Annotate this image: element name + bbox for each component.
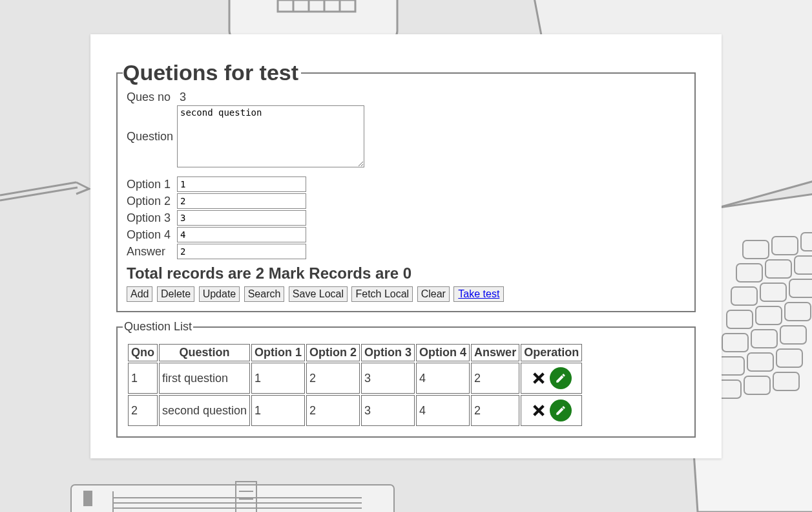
svg-rect-25 [765,260,791,278]
cell-option4: 4 [416,395,470,426]
answer-row: Answer [127,244,685,259]
cell-option2: 2 [306,395,360,426]
cell-qno: 2 [128,395,158,426]
th-option2: Option 2 [306,344,360,361]
svg-rect-34 [751,330,777,348]
answer-label: Answer [127,245,177,259]
cell-option3: 3 [361,363,415,394]
question-form-fieldset: Quetions for test Ques no 3 Question Opt… [116,60,696,312]
cell-question: second question [159,395,250,426]
table-row: 1first question12342 [128,363,582,394]
save-local-button[interactable]: Save Local [289,286,348,302]
records-summary: Total records are 2 Mark Records are 0 [127,264,685,283]
ques-no-value: 3 [177,91,186,104]
svg-rect-27 [731,287,757,305]
table-header-row: Qno Question Option 1 Option 2 Option 3 … [128,344,582,361]
th-option3: Option 3 [361,344,415,361]
fetch-local-button[interactable]: Fetch Local [351,286,413,302]
svg-rect-29 [789,279,812,297]
svg-rect-40 [744,376,770,394]
main-card: Quetions for test Ques no 3 Question Opt… [90,34,722,458]
th-question: Question [159,344,250,361]
option1-row: Option 1 [127,176,685,192]
toolbar: Add Delete Update Search Save Local Fetc… [127,286,685,302]
option4-input[interactable] [177,227,306,242]
update-button[interactable]: Update [199,286,240,302]
option1-input[interactable] [177,176,306,192]
th-option4: Option 4 [416,344,470,361]
option3-input[interactable] [177,210,306,226]
cell-option2: 2 [306,363,360,394]
delete-row-icon[interactable] [532,403,546,418]
delete-row-icon[interactable] [532,371,546,385]
svg-rect-21 [743,240,769,259]
th-option1: Option 1 [251,344,305,361]
svg-rect-22 [772,237,798,255]
svg-rect-36 [718,357,744,375]
svg-rect-13 [229,0,397,39]
question-textarea[interactable] [177,105,364,167]
cell-operation [521,363,582,394]
cell-answer: 2 [471,363,519,394]
th-answer: Answer [471,344,519,361]
take-test-link[interactable]: Take test [453,286,504,302]
cell-operation [521,395,582,426]
svg-rect-32 [785,303,811,321]
ques-no-label: Ques no [127,91,177,104]
option2-label: Option 2 [127,195,177,208]
list-legend: Question List [123,320,193,334]
answer-input[interactable] [177,244,306,259]
svg-rect-4 [84,491,92,506]
svg-rect-41 [773,372,799,390]
option3-row: Option 3 [127,210,685,226]
search-button[interactable]: Search [244,286,285,302]
svg-rect-24 [736,264,762,282]
table-row: 2second question12342 [128,395,582,426]
cell-option1: 1 [251,363,305,394]
question-list-fieldset: Question List Qno Question Option 1 Opti… [116,320,696,438]
cell-question: first question [159,363,250,394]
edit-row-icon[interactable] [550,367,572,389]
ques-no-row: Ques no 3 [127,91,685,104]
option4-row: Option 4 [127,227,685,242]
question-row: Question [127,105,685,167]
svg-rect-33 [722,334,748,352]
cell-qno: 1 [128,363,158,394]
question-label: Question [127,130,177,144]
svg-rect-26 [795,256,812,274]
option1-label: Option 1 [127,178,177,191]
add-button[interactable]: Add [127,286,152,302]
cell-option4: 4 [416,363,470,394]
form-legend: Quetions for test [123,60,301,85]
cell-answer: 2 [471,395,519,426]
option2-input[interactable] [177,193,306,209]
svg-rect-30 [727,310,753,328]
clear-button[interactable]: Clear [417,286,450,302]
th-qno: Qno [128,344,158,361]
option3-label: Option 3 [127,211,177,225]
edit-row-icon[interactable] [550,400,572,421]
svg-rect-37 [747,353,773,371]
cell-option1: 1 [251,395,305,426]
cell-option3: 3 [361,395,415,426]
question-table: Qno Question Option 1 Option 2 Option 3 … [127,343,583,427]
svg-rect-31 [756,306,782,325]
th-operation: Operation [521,344,582,361]
delete-button[interactable]: Delete [157,286,194,302]
svg-rect-35 [780,326,806,344]
svg-rect-28 [760,283,786,301]
option2-row: Option 2 [127,193,685,209]
svg-rect-38 [776,349,802,367]
option4-label: Option 4 [127,228,177,242]
svg-rect-23 [801,233,812,251]
